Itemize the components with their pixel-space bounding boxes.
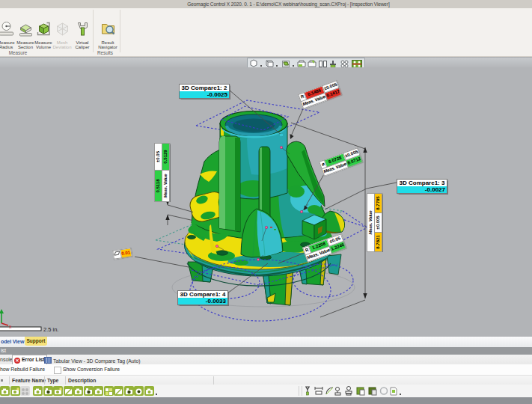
svg-text:2.5 in.: 2.5 in. — [43, 326, 58, 333]
